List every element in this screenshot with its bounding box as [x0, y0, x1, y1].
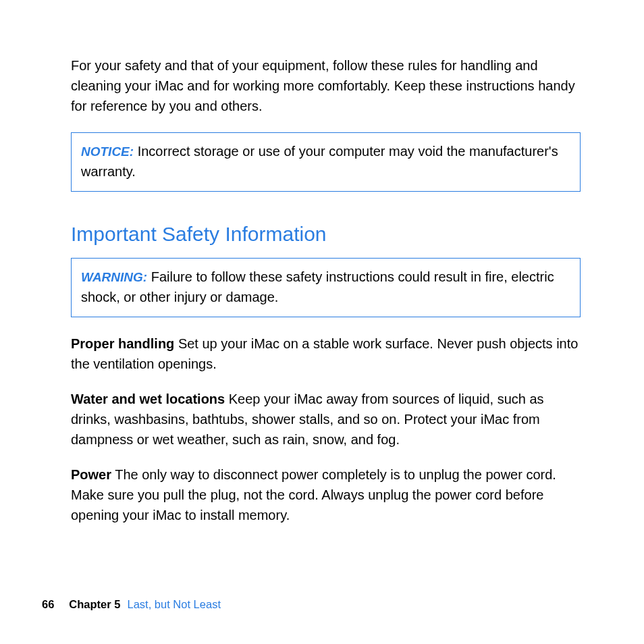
chapter-label: Chapter 5 [69, 598, 120, 610]
section-water-wet: Water and wet locations Keep your iMac a… [71, 389, 581, 450]
notice-callout: NOTICE: Incorrect storage or use of your… [71, 132, 581, 192]
section-power: Power The only way to disconnect power c… [71, 464, 581, 525]
page-content: For your safety and that of your equipme… [71, 55, 581, 525]
chapter-info: Chapter 5Last, but Not Least [69, 598, 221, 611]
page-footer: 66 Chapter 5Last, but Not Least [42, 598, 221, 611]
warning-label: WARNING: [81, 270, 147, 284]
warning-text: Failure to follow these safety instructi… [81, 269, 554, 304]
section-proper-handling: Proper handling Set up your iMac on a st… [71, 333, 581, 374]
notice-text: Incorrect storage or use of your compute… [81, 144, 558, 179]
section-text: The only way to disconnect power complet… [71, 467, 556, 522]
warning-callout: WARNING: Failure to follow these safety … [71, 258, 581, 317]
notice-label: NOTICE: [81, 144, 134, 159]
section-label: Water and wet locations [71, 392, 225, 406]
section-label: Proper handling [71, 336, 174, 351]
page-number: 66 [42, 598, 54, 611]
section-label: Power [71, 467, 111, 482]
section-heading: Important Safety Information [71, 223, 581, 246]
intro-paragraph: For your safety and that of your equipme… [71, 55, 581, 116]
chapter-title: Last, but Not Least [127, 598, 221, 610]
